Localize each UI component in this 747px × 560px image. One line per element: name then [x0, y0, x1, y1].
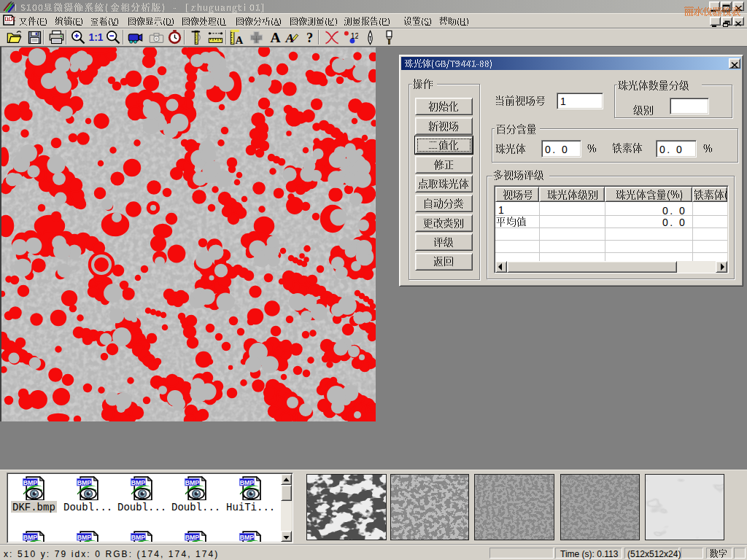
svg-text:1:1: 1:1 — [89, 32, 104, 43]
svg-text:A: A — [270, 30, 280, 45]
svg-text:123: 123 — [351, 32, 358, 40]
svg-text:A: A — [235, 34, 243, 46]
svg-text:?: ? — [306, 31, 313, 45]
